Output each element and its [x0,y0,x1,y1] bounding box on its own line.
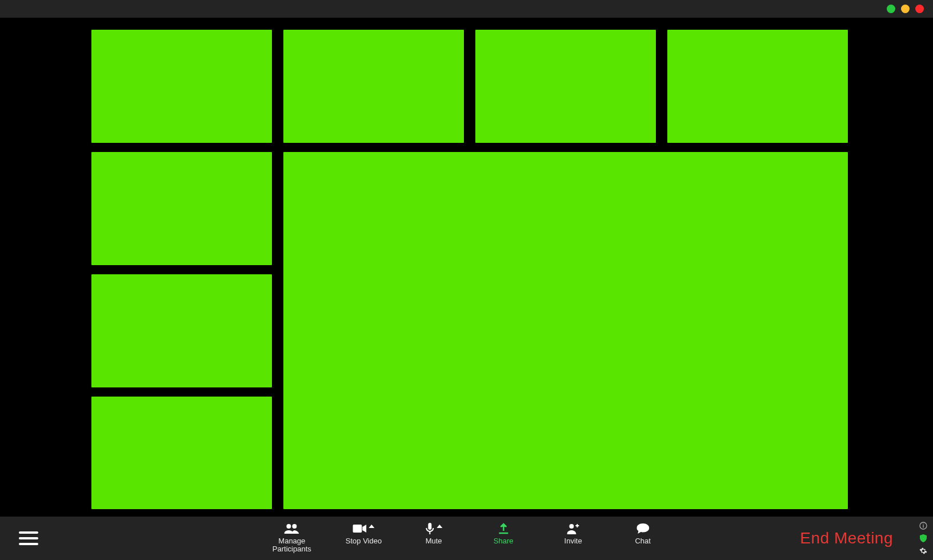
info-icon[interactable] [919,522,927,530]
svg-rect-2 [353,525,362,533]
svg-point-5 [569,524,574,529]
menu-button[interactable] [0,517,57,560]
invite-label: Invite [564,537,582,545]
share-icon [498,523,509,534]
toolbar: Manage Participants Stop Video [0,517,933,560]
svg-rect-3 [428,523,431,530]
video-tile[interactable] [283,29,465,143]
mute-label: Mute [426,537,442,545]
microphone-icon [425,523,434,534]
svg-point-1 [293,524,297,529]
manage-participants-label: Manage Participants [273,537,311,554]
invite-icon [567,523,579,534]
video-tile[interactable] [91,274,273,388]
participants-icon [285,523,299,534]
chat-label: Chat [635,537,650,545]
chevron-up-icon [437,525,442,528]
toolbar-controls: Manage Participants Stop Video [273,517,660,560]
video-tile[interactable] [667,29,848,143]
stop-video-button[interactable]: Stop Video [346,522,382,545]
titlebar [0,0,933,18]
mute-button[interactable]: Mute [416,522,451,545]
video-tile[interactable] [91,29,273,143]
shield-icon[interactable] [919,534,927,542]
video-tile-main[interactable] [283,151,848,510]
stop-video-label: Stop Video [346,537,382,545]
manage-participants-button[interactable]: Manage Participants [273,522,311,554]
toolbar-side-icons [919,522,927,555]
video-tile[interactable] [475,29,656,143]
share-label: Share [494,537,514,545]
video-tile[interactable] [91,151,273,266]
window-minimize-button[interactable] [887,5,895,13]
window-maximize-button[interactable] [901,5,910,13]
video-tile[interactable] [91,396,273,510]
video-stage [0,18,933,517]
chevron-up-icon [369,525,374,528]
end-meeting-button[interactable]: End Meeting [800,529,893,547]
video-icon [353,524,366,533]
share-button[interactable]: Share [486,522,521,545]
svg-rect-4 [429,531,430,534]
invite-button[interactable]: Invite [555,522,591,545]
chat-button[interactable]: Chat [625,522,660,545]
window-close-button[interactable] [915,5,924,13]
chat-icon [636,523,649,534]
hamburger-icon [19,531,38,545]
gear-icon[interactable] [919,547,927,555]
svg-point-0 [287,524,291,529]
